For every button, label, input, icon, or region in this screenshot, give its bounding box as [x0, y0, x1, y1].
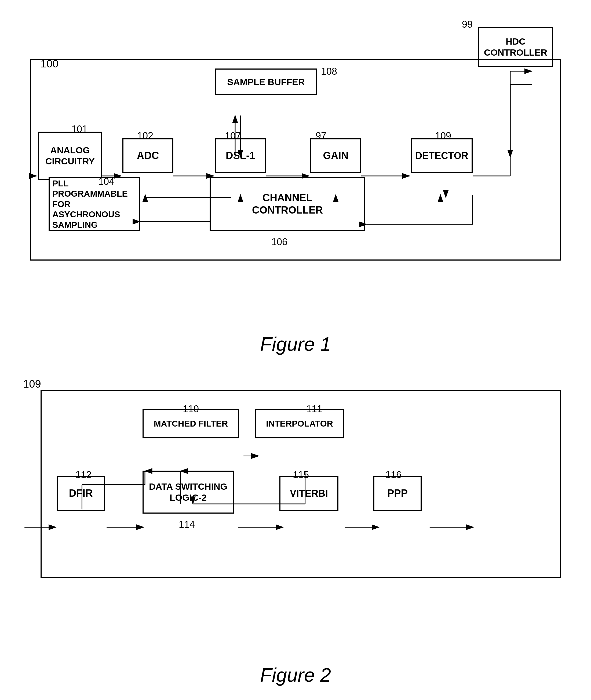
dsl1-label: DSL-1: [226, 150, 255, 162]
dfir-label: DFIR: [69, 487, 93, 500]
main-ref: 100: [41, 58, 59, 70]
sample-buffer-box: SAMPLE BUFFER: [215, 68, 317, 95]
analog-ref: 101: [71, 124, 87, 135]
dfir-box: DFIR: [57, 476, 105, 511]
detector-label: DETECTOR: [415, 150, 468, 162]
channel-controller-label: CHANNEL CONTROLLER: [252, 192, 323, 216]
ppp-label: PPP: [387, 487, 408, 500]
figure2-title: Figure 2: [21, 664, 570, 686]
adc-ref: 102: [137, 130, 153, 141]
sample-buffer-ref: 108: [321, 66, 337, 77]
analog-circuitry-box: ANALOG CIRCUITRY: [38, 132, 102, 180]
gain-box: GAIN: [310, 138, 361, 173]
hdc-ref: 99: [462, 19, 473, 30]
interpolator-box: INTERPOLATOR: [255, 409, 344, 439]
pll-ref: 104: [98, 176, 114, 187]
dsl1-box: DSL-1: [215, 138, 266, 173]
figure1-container: HDC CONTROLLER 99 100 SAMPLE BUFFER 108 …: [22, 16, 569, 325]
gain-label: GAIN: [323, 150, 349, 162]
ppp-box: PPP: [373, 476, 422, 511]
gain-ref: 97: [316, 130, 326, 141]
pll-label: PLL PROGRAMMABLE FOR ASYCHRONOUS SAMPLIN…: [50, 176, 139, 233]
dfir-ref: 112: [75, 469, 91, 480]
ppp-ref: 116: [385, 469, 401, 480]
viterbi-label: VITERBI: [290, 487, 328, 499]
data-switching-ref: 114: [179, 519, 195, 530]
figure2-container: 109 MATCHED FILTER 110 INTERPOLATOR 111 …: [22, 376, 569, 659]
viterbi-box: VITERBI: [279, 476, 338, 511]
sample-buffer-label: SAMPLE BUFFER: [227, 76, 305, 88]
hdc-controller-label: HDC CONTROLLER: [484, 36, 547, 58]
pll-box: PLL PROGRAMMABLE FOR ASYCHRONOUS SAMPLIN…: [49, 177, 140, 231]
viterbi-ref: 115: [293, 469, 309, 480]
channel-controller-ref: 106: [271, 236, 287, 248]
interpolator-label: INTERPOLATOR: [266, 418, 333, 429]
adc-box: ADC: [122, 138, 174, 173]
interpolator-ref: 111: [306, 403, 322, 415]
data-switching-label: DATA SWITCHING LOGIC-2: [149, 481, 227, 503]
channel-controller-box: CHANNEL CONTROLLER: [210, 177, 365, 231]
matched-filter-label: MATCHED FILTER: [154, 418, 228, 429]
page: HDC CONTROLLER 99 100 SAMPLE BUFFER 108 …: [0, 0, 591, 700]
adc-label: ADC: [137, 150, 159, 162]
dsl1-ref: 107: [225, 130, 241, 141]
detector-box: DETECTOR: [411, 138, 473, 173]
figure1-title: Figure 1: [21, 333, 570, 355]
matched-filter-ref: 110: [183, 403, 199, 415]
data-switching-box: DATA SWITCHING LOGIC-2: [142, 471, 234, 514]
analog-circuitry-label: ANALOG CIRCUITRY: [45, 145, 95, 167]
detector-ref: 109: [435, 130, 451, 141]
fig2-main-ref: 109: [23, 378, 41, 390]
